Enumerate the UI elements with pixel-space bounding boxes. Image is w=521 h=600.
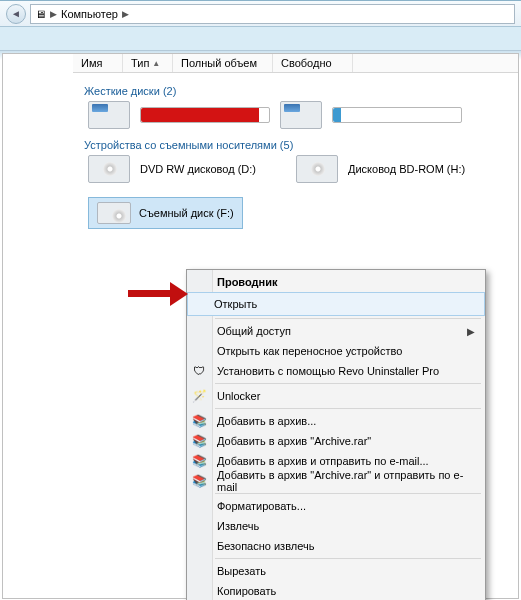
removable-row: DVD RW дисковод (D:) Дисковод BD-ROM (H:…	[88, 155, 518, 183]
dvd-drive-icon[interactable]	[88, 155, 130, 183]
ctx-copy[interactable]: Копировать	[187, 581, 485, 600]
usb-drive-icon	[97, 202, 131, 224]
chevron-right-icon: ▶	[50, 9, 57, 19]
capacity-bar	[332, 107, 462, 123]
ctx-revo[interactable]: 🛡 Установить с помощью Revo Uninstaller …	[187, 361, 485, 381]
drive-label-usb: Съемный диск (F:)	[139, 207, 234, 219]
address-bar: ◄ 🖥 ▶ Компьютер ▶	[0, 1, 521, 27]
drive-icon[interactable]	[88, 101, 130, 129]
drive-icon[interactable]	[280, 101, 322, 129]
separator	[215, 318, 481, 319]
separator	[215, 558, 481, 559]
submenu-arrow-icon: ▶	[467, 326, 475, 337]
drive-label-dvd[interactable]: DVD RW дисковод (D:)	[140, 163, 256, 175]
ctx-open-portable[interactable]: Открыть как переносное устройство	[187, 341, 485, 361]
column-type[interactable]: Тип ▲	[123, 54, 173, 72]
revo-icon: 🛡	[191, 363, 207, 379]
annotation-arrow	[128, 282, 188, 306]
separator	[215, 383, 481, 384]
ctx-share[interactable]: Общий доступ ▶	[187, 321, 485, 341]
ctx-add-archive-email[interactable]: 📚 Добавить в архив и отправить по e-mail…	[187, 451, 485, 471]
breadcrumb-computer[interactable]: Компьютер	[61, 8, 118, 20]
ctx-open[interactable]: Открыть	[187, 292, 485, 316]
ctx-add-archive-rar[interactable]: 📚 Добавить в архив "Archive.rar"	[187, 431, 485, 451]
content-area: Имя Тип ▲ Полный объем Свободно Жесткие …	[2, 53, 519, 599]
context-menu: Проводник Открыть Общий доступ ▶ Открыть…	[186, 269, 486, 600]
chevron-right-icon: ▶	[122, 9, 129, 19]
ctx-add-archive[interactable]: 📚 Добавить в архив...	[187, 411, 485, 431]
group-removable[interactable]: Устройства со съемными носителями (5)	[84, 139, 518, 151]
breadcrumb-bar[interactable]: 🖥 ▶ Компьютер ▶	[30, 4, 515, 24]
drive-label-bd[interactable]: Дисковод BD-ROM (H:)	[348, 163, 465, 175]
ctx-eject[interactable]: Извлечь	[187, 516, 485, 536]
toolbar-band	[0, 27, 521, 51]
column-free[interactable]: Свободно	[273, 54, 353, 72]
ctx-safe-eject[interactable]: Безопасно извлечь	[187, 536, 485, 556]
ctx-add-archive-rar-email[interactable]: 📚 Добавить в архив "Archive.rar" и отпра…	[187, 471, 485, 491]
nav-back-button[interactable]: ◄	[6, 4, 26, 24]
winrar-icon: 📚	[191, 413, 207, 429]
winrar-icon: 📚	[191, 433, 207, 449]
ctx-format[interactable]: Форматировать...	[187, 496, 485, 516]
column-name[interactable]: Имя	[73, 54, 123, 72]
ctx-explorer[interactable]: Проводник	[187, 272, 485, 292]
group-hdd[interactable]: Жесткие диски (2)	[84, 85, 518, 97]
column-volume[interactable]: Полный объем	[173, 54, 273, 72]
ctx-cut[interactable]: Вырезать	[187, 561, 485, 581]
hdd-row	[88, 101, 518, 129]
drive-listing: Жесткие диски (2) Устройства со съемными…	[3, 73, 518, 229]
bd-drive-icon[interactable]	[296, 155, 338, 183]
column-header: Имя Тип ▲ Полный объем Свободно	[73, 54, 518, 73]
computer-icon: 🖥	[35, 8, 46, 20]
sort-asc-icon: ▲	[152, 59, 160, 68]
winrar-icon: 📚	[191, 453, 207, 469]
separator	[215, 493, 481, 494]
winrar-icon: 📚	[191, 473, 207, 489]
separator	[215, 408, 481, 409]
wand-icon: 🪄	[191, 388, 207, 404]
selected-drive[interactable]: Съемный диск (F:)	[88, 197, 243, 229]
capacity-bar	[140, 107, 270, 123]
ctx-unlocker[interactable]: 🪄 Unlocker	[187, 386, 485, 406]
